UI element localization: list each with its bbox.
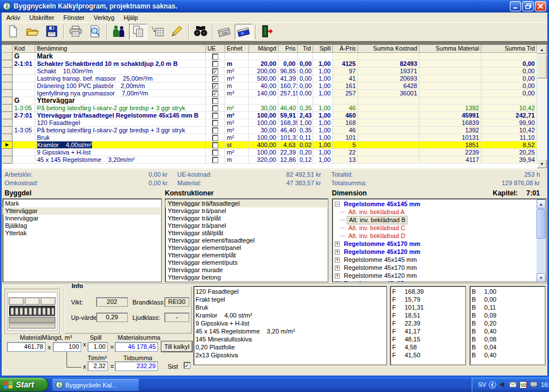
expand-icon[interactable]: + (335, 273, 340, 278)
exit-button[interactable] (259, 24, 277, 40)
b-row[interactable]: B0,04 (472, 343, 545, 351)
konstruktioner-item[interactable]: Ytterväggar murade (165, 266, 328, 274)
material-item[interactable]: 2x13 Gipsskiva (196, 351, 386, 359)
material-item[interactable]: Frakt tegel (196, 295, 386, 303)
table-row[interactable]: 9 Gipsskiva + H-listm²100,0022,390,201,0… (2, 149, 547, 156)
table-row[interactable]: Schakt 10,00m²/m✓m²200,0096,850,001,0097… (2, 68, 547, 75)
f-row[interactable]: F41,50 (392, 351, 465, 359)
f-row[interactable]: F22,39 (392, 319, 465, 327)
material-item[interactable]: Kramlor 4,00 st/m² (196, 311, 386, 319)
f-row[interactable]: F41,17 (392, 327, 465, 335)
collapse-icon[interactable]: − (335, 202, 340, 207)
chevron-ball-icon[interactable] (489, 381, 497, 389)
ue-checkbox[interactable] (212, 135, 218, 141)
row-selector[interactable] (2, 119, 13, 127)
row-selector[interactable] (2, 82, 13, 90)
spill-field[interactable]: 1.00 (88, 342, 108, 352)
ue-checkbox[interactable] (212, 112, 218, 119)
tree-item[interactable]: Alt. inv. beklädnad A (332, 208, 536, 216)
row-selector[interactable] (2, 97, 13, 105)
display-icon[interactable] (530, 381, 538, 389)
expand-icon[interactable]: + (335, 257, 340, 262)
table-row[interactable]: 120 Fasadtegelm²100,00168,391,001,001681… (2, 119, 547, 127)
material-item[interactable]: 145 Mineralullsskiva (196, 335, 386, 343)
save-button[interactable] (43, 24, 61, 40)
ue-checkbox[interactable] (212, 149, 218, 156)
tree-item[interactable]: +Regelstomme 45x120 mm (332, 248, 536, 256)
row-selector[interactable] (2, 53, 13, 60)
new-button[interactable] (4, 24, 22, 40)
tree-scrollbar[interactable]: ▲ ▼ (536, 199, 546, 282)
tidsumma-field[interactable]: 232,29 (115, 361, 158, 371)
row-selector[interactable] (2, 149, 13, 156)
byggdel-item[interactable]: Innerväggar (3, 215, 161, 222)
tree-item[interactable]: −Regelstomme 45x145 mm (332, 200, 536, 208)
ue-checkbox[interactable] (212, 142, 218, 148)
row-selector[interactable] (2, 127, 13, 134)
konstruktioner-item[interactable]: Ytterväggar stål/plåt (165, 230, 328, 237)
konstruktioner-item[interactable]: Ytterväggar trä/plåt (165, 215, 328, 222)
task-button[interactable]: i Byggnyckeln Kal... (52, 379, 139, 391)
ue-checkbox[interactable] (212, 53, 218, 60)
tree-item[interactable]: Alt. inv. beklädnad D (332, 232, 536, 240)
konstruktioner-item[interactable]: Ytterväggar trä/fasadtegel (165, 200, 328, 207)
table-row[interactable]: 1-3:05På betong latexfärg I-skarv-2 ggr … (2, 105, 547, 112)
tree-item[interactable]: Alt. inv. beklädnad C (332, 224, 536, 232)
materialsumma-field[interactable]: 46 178,45 (115, 342, 158, 352)
table-row[interactable]: Dränering 100 PVC plaströr 2,00m/m✓m40,0… (2, 82, 547, 90)
row-selector[interactable]: ▶ (2, 141, 13, 149)
material-item[interactable]: Bruk (196, 303, 386, 311)
tree-scroll-thumb[interactable] (536, 209, 546, 239)
materialmangd-field[interactable]: 461,78 (7, 342, 45, 352)
preview-button[interactable] (86, 24, 104, 40)
ue-checkbox[interactable] (212, 127, 218, 134)
b-row[interactable]: B1,00 (472, 287, 545, 295)
b-row[interactable]: B0,40 (472, 351, 545, 359)
material-item[interactable]: 120 Fasadtegel (196, 287, 386, 295)
row-selector[interactable] (2, 112, 13, 119)
expand-icon[interactable]: + (335, 241, 340, 247)
column-header-9[interactable]: Summa Kostnad (358, 45, 419, 53)
till-kalkyl-button[interactable]: Till kalkyl (161, 341, 193, 352)
ue-checkbox[interactable]: ✓ (212, 76, 218, 82)
f-row[interactable]: F168,39 (392, 287, 465, 295)
print-button[interactable] (66, 24, 85, 40)
menu-item-utskrifter[interactable]: Utskrifter (24, 13, 59, 22)
blue-book-button[interactable]: Bl (235, 24, 253, 40)
start-button[interactable]: Start (0, 378, 48, 391)
ue-checkbox[interactable]: ✓ (212, 83, 218, 89)
minimize-button[interactable] (510, 1, 521, 11)
row-selector[interactable] (2, 156, 13, 164)
table-button[interactable] (148, 24, 167, 40)
column-header-10[interactable]: Summa Material (419, 45, 481, 53)
konstruktioner-item[interactable]: Ytterväggar element/puts (165, 259, 328, 266)
ue-checkbox[interactable] (212, 157, 218, 163)
column-header-0[interactable]: Kod (13, 45, 35, 53)
tree-item[interactable]: +Regelstomme 45x120 mm (332, 272, 536, 280)
v2-icon[interactable]: V2 (519, 381, 527, 389)
column-header-6[interactable]: Tid (298, 45, 313, 53)
table-row[interactable]: GMark (2, 53, 547, 60)
persons-button[interactable] (110, 24, 128, 40)
tim-field[interactable]: 2,32 (88, 361, 108, 371)
table-row[interactable]: 2-7:01Ytterväggar trä/fasadtegel Regelst… (2, 112, 547, 119)
menu-item-verktyg[interactable]: Verktyg (89, 13, 119, 22)
menu-item-arkiv[interactable]: Arkiv (2, 13, 24, 22)
copy-button[interactable] (129, 24, 147, 40)
byggdel-item[interactable]: Ytterväggar (3, 207, 161, 215)
tree-item[interactable]: +Regelstomme 45x95 mm (332, 280, 536, 282)
restore-button[interactable] (522, 1, 534, 11)
mail-icon[interactable] (509, 381, 517, 389)
expand-icon[interactable]: + (335, 281, 340, 283)
tree-item[interactable]: +Regelstomme 45x170 mm (332, 264, 536, 272)
column-header-8[interactable]: Á-Pris (333, 45, 358, 53)
expand-icon[interactable]: + (335, 265, 340, 270)
column-header-1[interactable]: Benämning (35, 45, 206, 53)
f-row[interactable]: F15,79 (392, 295, 465, 303)
row-selector[interactable] (2, 60, 13, 68)
konstruktioner-item[interactable]: Ytterväggar trä/panel (165, 207, 328, 215)
scroll-up-icon[interactable]: ▲ (537, 45, 547, 54)
search-button[interactable] (192, 24, 210, 40)
f-row[interactable]: F4,58 (392, 343, 465, 351)
row-selector[interactable] (2, 134, 13, 141)
